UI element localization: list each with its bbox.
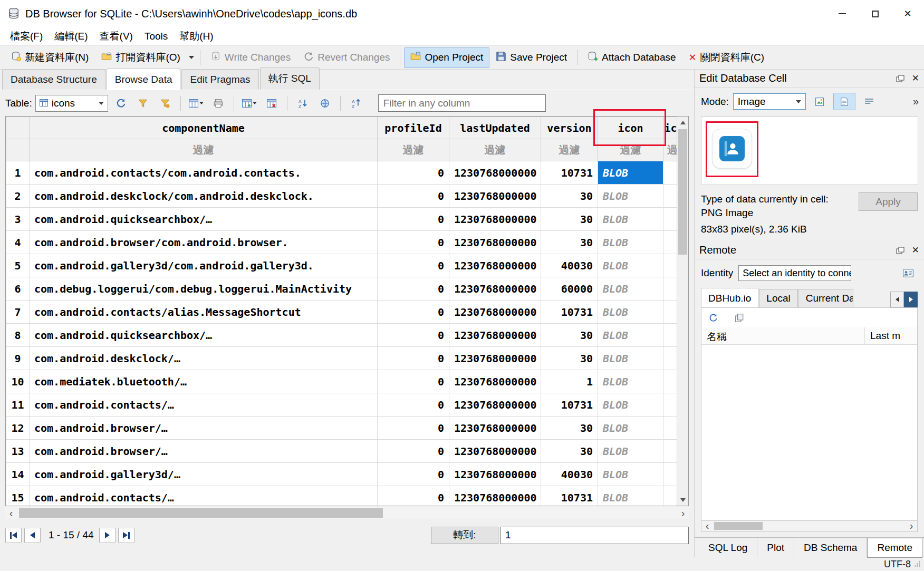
cell-profileId[interactable]: 0	[378, 208, 449, 231]
cell-componentName[interactable]: com.android.deskclock/…	[30, 347, 378, 370]
cell-lastUpdated[interactable]: 1230768000000	[449, 463, 541, 486]
cell-clipped[interactable]	[663, 370, 678, 393]
close-database-button[interactable]: ✕ 關閉資料庫(C)	[682, 47, 771, 68]
tab-database-structure[interactable]: Database Structure	[2, 70, 105, 90]
toolbar-overflow-icon[interactable]: »	[913, 95, 918, 108]
cell-clipped[interactable]	[663, 185, 678, 208]
cell-icon[interactable]: BLOB	[598, 277, 663, 301]
filter-input-lastUpdated[interactable]: 過濾	[449, 139, 541, 161]
cell-version[interactable]: 1	[541, 370, 598, 393]
cell-profileId[interactable]: 0	[378, 301, 449, 324]
row-number[interactable]: 12	[6, 417, 30, 440]
scroll-right-button[interactable]: ›	[906, 521, 917, 531]
tab-scroll-left-button[interactable]	[890, 292, 904, 307]
cell-version[interactable]: 10731	[541, 486, 598, 509]
cell-profileId[interactable]: 0	[378, 324, 449, 347]
cell-icon[interactable]: BLOB	[598, 254, 663, 277]
row-number[interactable]: 10	[6, 370, 30, 393]
cell-version[interactable]: 10731	[541, 161, 598, 185]
row-number[interactable]: 11	[6, 393, 30, 417]
column-header-componentName[interactable]: componentName	[30, 117, 378, 139]
cell-profileId[interactable]: 0	[378, 161, 449, 185]
filter-input-componentName[interactable]: 過濾	[30, 139, 378, 161]
remote-column-name[interactable]: 名稱	[701, 327, 865, 344]
cell-profileId[interactable]: 0	[378, 370, 449, 393]
cell-profileId[interactable]: 0	[378, 185, 449, 208]
cell-icon[interactable]: BLOB	[598, 231, 663, 254]
cell-version[interactable]: 10731	[541, 393, 598, 417]
cell-componentName[interactable]: com.android.browser/…	[30, 417, 378, 440]
horizontal-scrollbar-thumb[interactable]	[19, 508, 383, 518]
remote-tab-dbhub[interactable]: DBHub.io	[701, 288, 758, 307]
clear-filters-button[interactable]	[133, 94, 152, 113]
cell-lastUpdated[interactable]: 1230768000000	[449, 161, 541, 185]
horizontal-scrollbar[interactable]: ‹ ›	[5, 507, 689, 519]
row-number[interactable]: 5	[6, 254, 30, 277]
cell-profileId[interactable]: 0	[378, 393, 449, 417]
cell-profileId[interactable]: 0	[378, 347, 449, 370]
cell-componentName[interactable]: com.android.gallery3d/…	[30, 463, 378, 486]
cell-lastUpdated[interactable]: 1230768000000	[449, 208, 541, 231]
cell-version[interactable]: 30	[541, 440, 598, 463]
cell-componentName[interactable]: com.android.browser/…	[30, 440, 378, 463]
tab-browse-data[interactable]: Browse Data	[107, 69, 181, 90]
import-data-button[interactable]	[810, 93, 829, 110]
cell-lastUpdated[interactable]: 1230768000000	[449, 440, 541, 463]
cell-lastUpdated[interactable]: 1230768000000	[449, 231, 541, 254]
insert-record-button[interactable]	[187, 94, 206, 113]
cell-componentName[interactable]: com.android.browser/com.android.browser.	[30, 231, 378, 254]
cell-componentName[interactable]: com.debug.loggerui/com.debug.loggerui.Ma…	[30, 277, 378, 301]
row-number[interactable]: 7	[6, 301, 30, 324]
identity-select[interactable]: Select an identity to conne	[738, 265, 851, 281]
cell-version[interactable]: 30	[541, 208, 598, 231]
cell-profileId[interactable]: 0	[378, 417, 449, 440]
scroll-left-button[interactable]: ‹	[5, 507, 17, 519]
scroll-right-button[interactable]: ›	[677, 507, 689, 519]
cell-version[interactable]: 40030	[541, 463, 598, 486]
menu-help[interactable]: 幫助(H)	[174, 27, 219, 45]
encoding-button[interactable]	[315, 94, 334, 113]
print-button[interactable]	[209, 94, 228, 113]
goto-button[interactable]: 轉到:	[431, 527, 498, 544]
previous-page-button[interactable]	[24, 528, 41, 543]
cell-version[interactable]: 30	[541, 324, 598, 347]
vertical-scrollbar-thumb[interactable]	[678, 129, 687, 255]
resize-grip[interactable]	[914, 559, 921, 570]
cell-profileId[interactable]: 0	[378, 277, 449, 301]
menu-tools[interactable]: Tools	[139, 28, 174, 44]
scroll-up-button[interactable]	[677, 117, 688, 128]
cell-lastUpdated[interactable]: 1230768000000	[449, 486, 541, 509]
minimize-button[interactable]	[826, 0, 859, 27]
mode-select[interactable]: Image	[733, 93, 806, 110]
tab-execute-sql[interactable]: 執行 SQL	[260, 67, 320, 90]
cell-componentName[interactable]: com.android.contacts/…	[30, 486, 378, 509]
filter-input-profileId[interactable]: 過濾	[378, 139, 449, 161]
cell-version[interactable]: 30	[541, 417, 598, 440]
menu-view[interactable]: 查看(V)	[94, 27, 139, 45]
tab-edit-pragmas[interactable]: Edit Pragmas	[181, 70, 258, 90]
cell-icon[interactable]: BLOB	[598, 208, 663, 231]
row-number[interactable]: 2	[6, 185, 30, 208]
open-database-button[interactable]: 打開資料庫(O)	[95, 47, 186, 68]
cell-icon[interactable]: BLOB	[598, 185, 663, 208]
cell-profileId[interactable]: 0	[378, 231, 449, 254]
sort-ascending-button[interactable]: AZ	[293, 94, 312, 113]
cell-clipped[interactable]	[663, 301, 678, 324]
close-panel-icon[interactable]: ✕	[912, 73, 919, 84]
cell-clipped[interactable]	[663, 347, 678, 370]
remote-horizontal-scrollbar[interactable]: ‹ ›	[701, 521, 918, 532]
dock-tab-sql-log[interactable]: SQL Log	[699, 538, 757, 557]
table-select[interactable]: icons	[35, 95, 108, 112]
cell-clipped[interactable]	[663, 463, 678, 486]
remote-scrollbar-thumb[interactable]	[714, 522, 763, 530]
column-header-lastUpdated[interactable]: lastUpdated	[449, 117, 541, 139]
cell-lastUpdated[interactable]: 1230768000000	[449, 324, 541, 347]
cell-lastUpdated[interactable]: 1230768000000	[449, 393, 541, 417]
next-page-button[interactable]	[99, 528, 116, 543]
cell-icon[interactable]: BLOB	[598, 161, 663, 185]
cell-clipped[interactable]	[663, 254, 678, 277]
attach-database-button[interactable]: Attach Database	[581, 47, 682, 68]
cell-profileId[interactable]: 0	[378, 486, 449, 509]
cell-lastUpdated[interactable]: 1230768000000	[449, 417, 541, 440]
filter-input-version[interactable]: 過濾	[541, 139, 598, 161]
